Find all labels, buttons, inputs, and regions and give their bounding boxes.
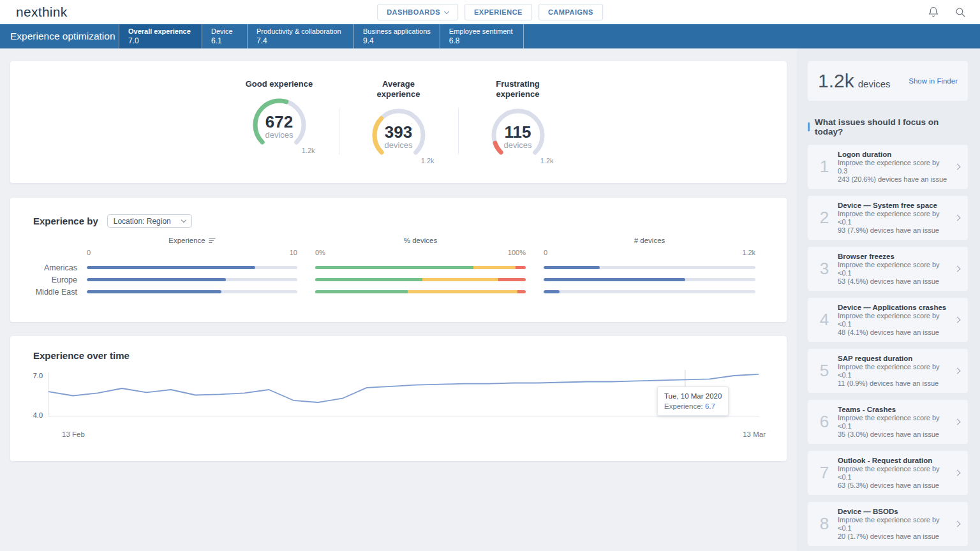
gauge-unit: devices <box>249 130 310 140</box>
tab-value: 7.0 <box>128 36 193 45</box>
over-time-chart: 7.0 4.0 Tue, 10 Mar 2020 Experience: 6.7 <box>33 369 759 425</box>
insights-sidebar: 1.2k devices Show in Finder What issues … <box>797 48 980 551</box>
gauge-title: Frustrating experience <box>483 79 553 99</box>
issue-title: Device — System free space <box>838 201 950 210</box>
devices-unit: devices <box>858 78 891 89</box>
tooltip-metric: Experience: <box>664 402 703 410</box>
experience-bar <box>87 266 297 269</box>
issue-rank: 8 <box>813 514 836 534</box>
focus-heading: What issues should I focus on today? <box>808 117 968 136</box>
x-tick-end: 13 Mar <box>743 430 766 438</box>
gauge-max-label: 1.2k <box>540 157 554 165</box>
chevron-right-icon <box>954 419 961 425</box>
axis-min: 0 <box>87 249 91 256</box>
tab-value: 6.1 <box>211 36 238 45</box>
axis-max: 100% <box>508 249 526 256</box>
tab-value: 6.8 <box>449 36 514 45</box>
x-axis: 13 Feb 13 Mar <box>58 430 769 438</box>
axis-min: 0 <box>544 249 547 256</box>
gauge-title: Good experience <box>244 79 315 89</box>
experience-row-americas: Americas <box>23 261 774 274</box>
row-label: Middle East <box>23 288 77 297</box>
chart-tooltip: Tue, 10 Mar 2020 Experience: 6.7 <box>657 386 729 416</box>
gauge-unit: devices <box>368 140 429 151</box>
issue-line2: 93 (7.9%) devices have an issue <box>838 226 950 235</box>
axis-min: 0% <box>315 249 325 256</box>
chevron-right-icon <box>954 164 961 170</box>
axis-max: 1.2k <box>742 249 755 256</box>
campaigns-button-label: CAMPAIGNS <box>548 8 593 16</box>
gauge-average-experience: Average experience 393 devices 1.2k <box>339 79 458 166</box>
column-header-label: % devices <box>404 237 437 244</box>
experience-by-card: Experience by Location: Region Experienc… <box>10 198 787 322</box>
gauge-max-label: 1.2k <box>302 147 315 154</box>
dashboard-title: Experience optimization <box>0 24 119 48</box>
issue-rank: 4 <box>813 310 836 330</box>
breakdown-dropdown-value: Location: Region <box>114 217 171 226</box>
pct-devices-stacked-bar <box>315 278 526 281</box>
top-header: nexthink DASHBOARDS EXPERIENCE CAMPAIGNS <box>0 0 980 24</box>
experience-over-time-card: Experience over time 7.0 4.0 Tue, 10 Mar… <box>10 336 787 461</box>
tab-label: Overall experience <box>128 27 193 36</box>
sort-descending-icon[interactable] <box>209 238 216 244</box>
issue-rank: 2 <box>813 208 836 228</box>
tab-employee-sentiment[interactable]: Employee sentiment 6.8 <box>440 24 524 48</box>
gauge-value: 672 <box>249 114 310 130</box>
issue-item-system-free-space[interactable]: 2 Device — System free space Improve the… <box>808 196 968 240</box>
issue-line2: 35 (3.0%) devices have an issue <box>838 430 950 439</box>
issue-item-teams-crashes[interactable]: 6 Teams - Crashes Improve the experience… <box>808 400 968 444</box>
issue-item-bsods[interactable]: 8 Device — BSODs Improve the experience … <box>808 502 968 546</box>
issue-title: Browser freezes <box>838 252 950 261</box>
gauge-value: 115 <box>487 124 549 140</box>
tab-productivity-collaboration[interactable]: Productivity & collaboration 7.4 <box>247 24 353 48</box>
issue-item-applications-crashes[interactable]: 4 Device — Applications crashes Improve … <box>808 298 968 342</box>
experience-button-label: EXPERIENCE <box>474 8 523 16</box>
experience-line <box>48 374 759 402</box>
chevron-right-icon <box>954 215 961 221</box>
top-icons <box>928 6 966 18</box>
issue-item-sap-request-duration[interactable]: 5 SAP request duration Improve the exper… <box>808 349 968 393</box>
issue-rank: 3 <box>813 259 836 279</box>
pct-devices-stacked-bar <box>315 266 526 269</box>
issue-line1: Improve the experience score by <0.1 <box>838 363 950 379</box>
axis-pct-devices: 0% 100% <box>315 249 526 256</box>
experience-by-title: Experience by <box>33 216 98 226</box>
x-tick-start: 13 Feb <box>62 430 85 438</box>
issue-line2: 48 (4.1%) devices have an issue <box>838 328 950 337</box>
issue-item-browser-freezes[interactable]: 3 Browser freezes Improve the experience… <box>808 247 968 291</box>
tab-business-applications[interactable]: Business applications 9.4 <box>353 24 440 48</box>
issue-item-logon-duration[interactable]: 1 Logon duration Improve the experience … <box>808 145 968 189</box>
chevron-down-icon <box>444 8 449 13</box>
axis-num-devices: 0 1.2k <box>544 249 755 256</box>
chevron-right-icon <box>954 521 961 527</box>
tab-device[interactable]: Device 6.1 <box>202 24 247 48</box>
tooltip-date: Tue, 10 Mar 2020 <box>664 391 722 401</box>
issue-line2: 243 (20.6%) devices have an issue <box>838 175 950 184</box>
tab-value: 7.4 <box>256 36 345 45</box>
issue-title: Device — Applications crashes <box>838 303 950 312</box>
gauge-value: 393 <box>368 124 429 140</box>
issue-line1: Improve the experience score by <0.1 <box>838 516 950 533</box>
issue-title: Device — BSODs <box>838 507 950 516</box>
bell-icon[interactable] <box>928 6 939 18</box>
issue-line1: Improve the experience score by <0.1 <box>838 261 950 277</box>
dashboard-tabbar: Experience optimization Overall experien… <box>0 24 980 48</box>
show-in-finder-link[interactable]: Show in Finder <box>909 77 958 85</box>
y-axis: 7.0 4.0 <box>33 369 48 425</box>
experience-button[interactable]: EXPERIENCE <box>464 4 532 20</box>
experience-bar <box>87 290 297 293</box>
tab-overall-experience[interactable]: Overall experience 7.0 <box>119 24 202 48</box>
gauge-good-experience: Good experience 672 devices 1.2k <box>220 79 339 156</box>
dashboards-button[interactable]: DASHBOARDS <box>377 4 458 20</box>
issue-rank: 6 <box>813 412 836 432</box>
tab-label: Employee sentiment <box>449 27 514 36</box>
breakdown-dropdown[interactable]: Location: Region <box>107 214 192 228</box>
row-label: Europe <box>23 276 77 284</box>
issue-line1: Improve the experience score by 0.3 <box>838 159 950 175</box>
search-icon[interactable] <box>954 6 966 18</box>
issue-line2: 20 (1.7%) devices have an issue <box>838 533 950 541</box>
campaigns-button[interactable]: CAMPAIGNS <box>538 4 603 20</box>
gauge-frustrating-experience: Frustrating experience 115 devices 1.2k <box>459 79 577 166</box>
row-label: Americas <box>23 263 77 272</box>
issue-item-outlook-request-duration[interactable]: 7 Outlook - Request duration Improve the… <box>808 451 968 495</box>
